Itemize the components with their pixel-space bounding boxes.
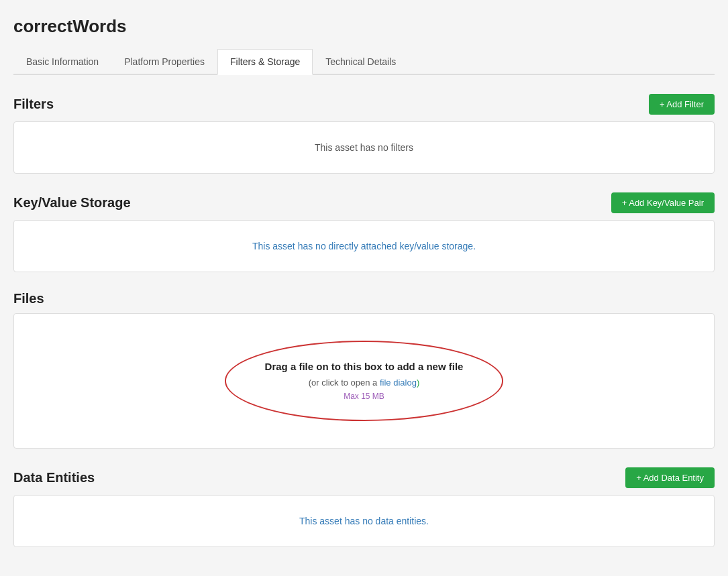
filters-content-box: This asset has no filters (13, 121, 715, 174)
key-value-section: Key/Value Storage + Add Key/Value Pair T… (13, 192, 715, 272)
tab-basic-information[interactable]: Basic Information (13, 49, 111, 75)
click-text: (or click to open a file dialog) (265, 378, 464, 388)
data-entities-title: Data Entities (13, 470, 95, 485)
data-entities-content-box: This asset has no data entities. (13, 495, 715, 547)
data-entities-header: Data Entities + Add Data Entity (13, 467, 715, 488)
tab-platform-properties[interactable]: Platform Properties (111, 49, 217, 75)
max-size-text: Max 15 MB (265, 392, 464, 401)
add-data-entity-button[interactable]: + Add Data Entity (625, 467, 715, 488)
key-value-title: Key/Value Storage (13, 195, 131, 211)
click-text-link[interactable]: file dialog (380, 378, 417, 388)
add-key-value-button[interactable]: + Add Key/Value Pair (611, 192, 715, 213)
filters-header: Filters + Add Filter (13, 94, 715, 115)
key-value-empty-text: This asset has no directly attached key/… (28, 234, 700, 258)
app-title: correctWords (13, 16, 715, 37)
file-drop-oval: Drag a file on to this box to add a new … (225, 341, 504, 421)
filters-empty-text: This asset has no filters (28, 135, 700, 160)
files-header: Files (13, 291, 715, 306)
data-entities-empty-text: This asset has no data entities. (28, 509, 700, 533)
click-text-after: ) (417, 378, 419, 388)
filters-title: Filters (13, 97, 54, 112)
files-section: Files Drag a file on to this box to add … (13, 291, 715, 449)
tabs-bar: Basic Information Platform Properties Fi… (13, 49, 715, 75)
tab-technical-details[interactable]: Technical Details (313, 49, 409, 75)
filters-section: Filters + Add Filter This asset has no f… (13, 94, 715, 174)
data-entities-section: Data Entities + Add Data Entity This ass… (13, 467, 715, 547)
key-value-header: Key/Value Storage + Add Key/Value Pair (13, 192, 715, 213)
drag-text: Drag a file on to this box to add a new … (265, 361, 464, 372)
add-filter-button[interactable]: + Add Filter (649, 94, 715, 115)
file-drop-box[interactable]: Drag a file on to this box to add a new … (13, 313, 715, 449)
tab-filters-storage[interactable]: Filters & Storage (217, 49, 313, 75)
click-text-before: (or click to open a (309, 378, 380, 388)
files-title: Files (13, 291, 44, 306)
key-value-content-box: This asset has no directly attached key/… (13, 220, 715, 272)
page-container: correctWords Basic Information Platform … (0, 0, 728, 576)
